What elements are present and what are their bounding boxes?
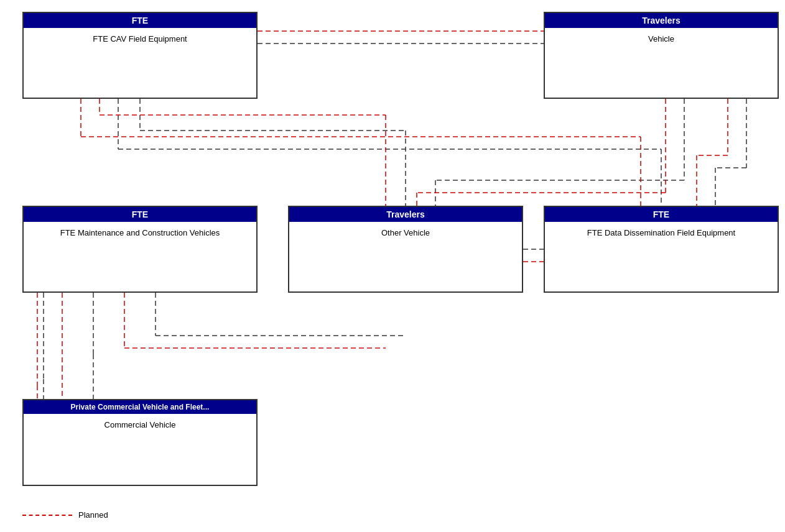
private-commercial-body: Commercial Vehicle [24,414,256,464]
fte-cav-header: FTE [24,13,256,28]
legend-planned-label: Planned [78,510,108,520]
travelers-vehicle-header: Travelers [545,13,778,28]
travelers-other-node: Travelers Other Vehicle [288,206,523,293]
private-commercial-node: Private Commercial Vehicle and Fleet... … [22,399,258,486]
fte-data-node: FTE FTE Data Dissemination Field Equipme… [544,206,779,293]
travelers-vehicle-node: Travelers Vehicle [544,12,779,99]
private-commercial-header: Private Commercial Vehicle and Fleet... [24,400,256,414]
travelers-other-body: Other Vehicle [289,222,522,272]
travelers-vehicle-body: Vehicle [545,28,778,78]
fte-data-header: FTE [545,207,778,222]
legend-planned-line [22,515,72,516]
fte-maintenance-header: FTE [24,207,256,222]
diagram-container: FTE FTE CAV Field Equipment Travelers Ve… [0,0,785,532]
fte-maintenance-node: FTE FTE Maintenance and Construction Veh… [22,206,258,293]
fte-cav-node: FTE FTE CAV Field Equipment [22,12,258,99]
fte-cav-body: FTE CAV Field Equipment [24,28,256,78]
fte-data-body: FTE Data Dissemination Field Equipment [545,222,778,272]
travelers-other-header: Travelers [289,207,522,222]
fte-maintenance-body: FTE Maintenance and Construction Vehicle… [24,222,256,272]
legend: Planned [22,510,108,520]
